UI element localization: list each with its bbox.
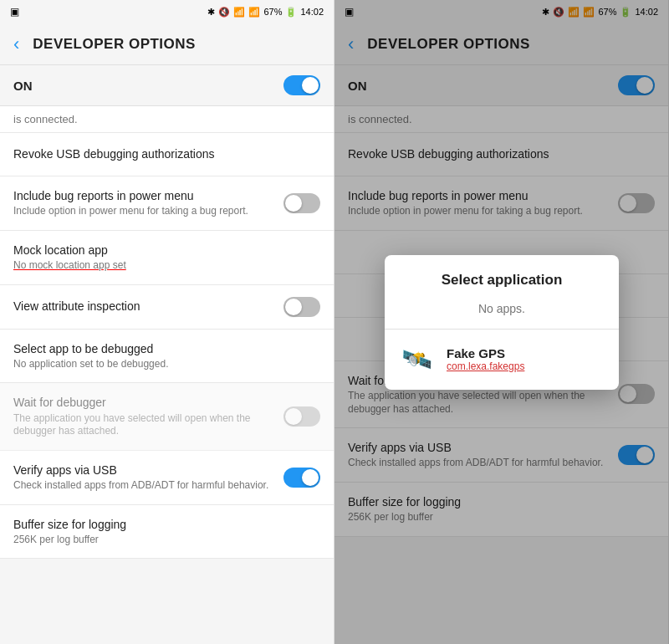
left-connected-text: is connected. (0, 106, 334, 133)
left-buffer-size-item[interactable]: Buffer size for logging 256K per log buf… (0, 505, 334, 560)
left-on-label: ON (13, 79, 33, 93)
left-buffer-size-subtitle: 256K per log buffer (13, 534, 320, 547)
left-wait-debugger-title: Wait for debugger (13, 395, 283, 410)
left-mock-location-text: Mock location app No mock location app s… (13, 243, 320, 273)
left-wait-debugger-item: Wait for debugger The application you ha… (0, 383, 334, 450)
left-select-debug-text: Select app to be debugged No application… (13, 341, 320, 371)
signal-icon: 📶 (248, 7, 260, 18)
mute-icon: 🔇 (218, 7, 230, 18)
fake-gps-info: Fake GPS com.lexa.fakegps (447, 346, 605, 372)
left-revoke-usb-item[interactable]: Revoke USB debugging authorizations (0, 133, 334, 176)
left-mock-location-subtitle: No mock location app set (13, 259, 320, 273)
left-phone-panel: ▣ ✱ 🔇 📶 📶 67% 🔋 14:02 ‹ DEVELOPER OPTION… (0, 0, 334, 644)
left-wait-debugger-subtitle: The application you have selected will o… (13, 412, 283, 438)
left-buffer-size-title: Buffer size for logging (13, 517, 320, 532)
left-buffer-size-text: Buffer size for logging 256K per log buf… (13, 517, 320, 547)
left-settings-list: is connected. Revoke USB debugging autho… (0, 106, 334, 644)
fake-gps-icon: 🛰️ (398, 341, 435, 378)
left-view-attribute-text: View attribute inspection (13, 299, 283, 314)
left-mock-location-title: Mock location app (13, 243, 320, 258)
left-status-right: ✱ 🔇 📶 📶 67% 🔋 14:02 (207, 7, 324, 18)
left-verify-usb-text: Verify apps via USB Check installed apps… (13, 463, 283, 493)
left-verify-usb-title: Verify apps via USB (13, 463, 283, 478)
left-bug-reports-title: Include bug reports in power menu (13, 188, 283, 203)
left-back-button[interactable]: ‹ (13, 33, 19, 55)
camera-icon: ▣ (10, 6, 19, 18)
left-view-attribute-title: View attribute inspection (13, 299, 283, 314)
left-verify-usb-item[interactable]: Verify apps via USB Check installed apps… (0, 451, 334, 505)
dialog-app-row[interactable]: 🛰️ Fake GPS com.lexa.fakegps (385, 330, 619, 390)
wifi-icon: 📶 (233, 7, 245, 18)
left-bug-reports-text: Include bug reports in power menu Includ… (13, 188, 283, 218)
left-bug-reports-item[interactable]: Include bug reports in power menu Includ… (0, 176, 334, 231)
time-left: 14:02 (300, 7, 324, 17)
dialog-title: Select application (385, 255, 619, 299)
left-wait-debugger-text: Wait for debugger The application you ha… (13, 395, 283, 437)
left-top-bar: ‹ DEVELOPER OPTIONS (0, 23, 334, 65)
dialog-overlay: Select application No apps. 🛰️ Fake GPS … (334, 0, 669, 644)
battery-icon: 🔋 (285, 7, 297, 18)
fake-gps-package: com.lexa.fakegps (447, 360, 605, 372)
fake-gps-name: Fake GPS (447, 346, 605, 360)
left-on-row: ON (0, 65, 334, 106)
left-wait-debugger-toggle (283, 406, 320, 427)
left-bug-reports-toggle[interactable] (283, 193, 320, 213)
left-mock-location-item[interactable]: Mock location app No mock location app s… (0, 231, 334, 285)
left-screen-title: DEVELOPER OPTIONS (33, 36, 196, 53)
left-select-debug-title: Select app to be debugged (13, 341, 320, 356)
right-phone-panel: ▣ ✱ 🔇 📶 📶 67% 🔋 14:02 ‹ DEVELOPER OPTION… (334, 0, 669, 644)
battery-percent: 67% (263, 7, 282, 17)
left-bug-reports-subtitle: Include option in power menu for taking … (13, 205, 283, 218)
left-status-bar: ▣ ✱ 🔇 📶 📶 67% 🔋 14:02 (0, 0, 334, 23)
left-on-toggle[interactable] (283, 75, 320, 95)
left-status-left: ▣ (10, 6, 19, 18)
left-revoke-usb-text: Revoke USB debugging authorizations (13, 146, 320, 161)
left-revoke-usb-title: Revoke USB debugging authorizations (13, 146, 320, 161)
left-select-debug-subtitle: No application set to be debugged. (13, 358, 320, 371)
dialog-no-apps: No apps. (385, 299, 619, 329)
select-application-dialog[interactable]: Select application No apps. 🛰️ Fake GPS … (385, 255, 619, 390)
left-view-attribute-item[interactable]: View attribute inspection (0, 285, 334, 330)
left-verify-usb-subtitle: Check installed apps from ADB/ADT for ha… (13, 479, 283, 493)
left-verify-usb-toggle[interactable] (283, 468, 320, 488)
left-select-debug-item[interactable]: Select app to be debugged No application… (0, 330, 334, 384)
bluetooth-icon: ✱ (207, 7, 215, 18)
left-view-attribute-toggle[interactable] (283, 297, 320, 317)
